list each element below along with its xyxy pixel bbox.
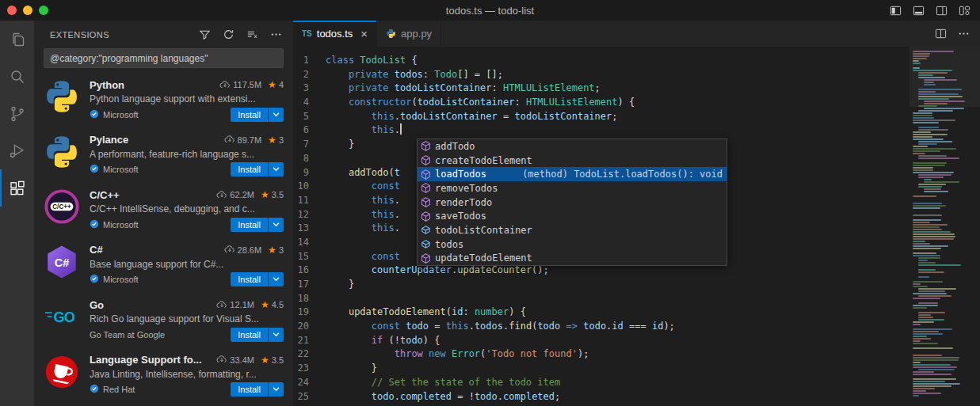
install-button-label[interactable]: Install	[231, 272, 268, 286]
minimap-line	[913, 55, 929, 57]
rating-value: 3	[279, 245, 284, 255]
code-line[interactable]: 25 todo.completed = !todo.completed;	[293, 390, 909, 404]
extensions-list: Python117.5M★4Python language support wi…	[34, 73, 293, 406]
zoom-window-button[interactable]	[39, 6, 48, 15]
extension-item[interactable]: Language Support fo...33.4M★3.5Java Lint…	[34, 348, 293, 404]
code-line[interactable]: 2 private todos: Todo[] = [];	[293, 68, 909, 82]
symbol-method-icon	[420, 182, 432, 194]
activity-bar-run-and-debug[interactable]	[0, 132, 34, 169]
minimap-line	[918, 77, 945, 78]
rating-value: 4	[279, 80, 284, 89]
extension-item[interactable]: Python117.5M★4Python language support wi…	[34, 73, 293, 128]
code-line[interactable]: 23 }	[293, 362, 909, 376]
install-options-chevron-icon[interactable]	[268, 108, 284, 122]
install-button-label[interactable]: Install	[231, 382, 268, 397]
code-line[interactable]: 1class TodoList {	[293, 54, 909, 68]
extension-item[interactable]: C#C#28.6M★3Base language support for C#.…	[34, 238, 293, 294]
extension-description: Java Linting, Intellisense, formatting, …	[90, 369, 284, 380]
clear-extension-search-icon[interactable]	[246, 28, 258, 40]
minimap-line	[918, 93, 959, 95]
close-tab-icon[interactable]: ×	[360, 28, 368, 40]
code-line[interactable]: 6 this.	[293, 123, 909, 138]
split-editor-icon[interactable]	[935, 28, 947, 40]
code-line[interactable]: 3 private todoListContainer: HTMLUListEl…	[293, 82, 909, 96]
refresh-icon[interactable]	[223, 28, 235, 40]
install-button[interactable]: Install	[231, 218, 284, 232]
sidebar-header: EXTENSIONS	[34, 21, 293, 48]
suggest-label: createTodoElement	[435, 155, 532, 166]
install-options-chevron-icon[interactable]	[268, 328, 284, 342]
suggest-item-updateTodoElement[interactable]: updateTodoElement	[418, 252, 726, 266]
install-options-chevron-icon[interactable]	[268, 382, 284, 397]
extensions-search-input[interactable]	[44, 53, 283, 64]
toggle-panel-icon[interactable]	[913, 5, 925, 17]
more-actions-icon[interactable]	[958, 28, 970, 40]
extension-item[interactable]: GOGo12.1M★4.5Rich Go language support fo…	[34, 293, 293, 348]
suggest-item-renderTodo[interactable]: renderTodo	[418, 195, 726, 210]
install-options-chevron-icon[interactable]	[268, 162, 284, 176]
install-button-label[interactable]: Install	[231, 328, 268, 342]
suggest-label: saveTodos	[435, 211, 486, 222]
extension-name: Pylance	[90, 134, 128, 146]
toggle-secondary-sidebar-icon[interactable]	[936, 5, 948, 17]
tab-todos-ts[interactable]: TS todos.ts ×	[293, 21, 377, 47]
minimap-line	[918, 155, 947, 157]
customize-layout-icon[interactable]	[959, 5, 970, 17]
star-icon: ★	[268, 135, 276, 146]
download-count: 89.7M	[238, 135, 262, 145]
code-line[interactable]: 22 throw new Error('Todo not found');	[293, 347, 909, 362]
install-button[interactable]: Install	[231, 162, 284, 176]
activity-bar-explorer[interactable]	[0, 21, 34, 58]
suggest-item-createTodoElement[interactable]: createTodoElement	[418, 154, 726, 168]
suggest-item-loadTodos[interactable]: loadTodos(method) TodoList.loadTodos(): …	[418, 167, 726, 181]
toggle-primary-sidebar-icon[interactable]	[890, 5, 902, 17]
code-line[interactable]: 18	[293, 292, 909, 306]
code-line[interactable]: 24 // Set the state of the todo item	[293, 376, 909, 390]
filter-icon[interactable]	[199, 28, 211, 40]
suggest-item-removeTodos[interactable]: removeTodos	[418, 181, 726, 195]
install-options-chevron-icon[interactable]	[268, 272, 284, 286]
more-actions-icon[interactable]	[270, 28, 282, 40]
minimap-line	[918, 369, 955, 370]
minimap-line	[913, 172, 954, 173]
verified-publisher-icon	[90, 162, 99, 176]
minimap-line	[913, 331, 939, 332]
install-button-label[interactable]: Install	[231, 218, 268, 232]
code-line[interactable]: 20 const todo = this.todos.find(todo => …	[293, 320, 909, 334]
download-count-icon	[216, 355, 227, 365]
code-line[interactable]: 19 updateTodoElement(id: number) {	[293, 305, 909, 320]
symbol-method-icon	[420, 169, 432, 180]
suggest-item-todoListContainer[interactable]: todoListContainer	[418, 223, 726, 237]
verified-publisher-icon	[90, 382, 99, 397]
install-button[interactable]: Install	[231, 382, 284, 397]
install-button[interactable]: Install	[231, 272, 284, 286]
close-window-button[interactable]	[7, 6, 17, 15]
suggest-item-todos[interactable]: todos	[418, 237, 726, 252]
line-number: 12	[293, 208, 326, 222]
install-button-label[interactable]: Install	[231, 162, 268, 176]
activity-bar-search[interactable]	[0, 58, 34, 95]
install-button[interactable]: Install	[231, 108, 284, 122]
minimap-line	[918, 260, 928, 261]
install-button-label[interactable]: Install	[231, 108, 268, 122]
code-line[interactable]: 4 constructor(todoListContainer: HTMLULi…	[293, 96, 909, 110]
code-line[interactable]: 21 if (!todo) {	[293, 334, 909, 348]
suggest-item-addTodo[interactable]: addTodo	[418, 139, 726, 154]
minimap[interactable]	[909, 47, 980, 406]
install-options-chevron-icon[interactable]	[268, 218, 284, 232]
minimap-line	[913, 340, 921, 342]
tab-app-py[interactable]: app.py	[377, 21, 441, 47]
extension-item[interactable]: C/C++C/C++62.2M★3.5C/C++ IntelliSense, d…	[34, 183, 293, 238]
minimap-line	[918, 129, 948, 131]
code-line[interactable]: 17 }	[293, 278, 909, 292]
activity-bar-extensions[interactable]	[0, 169, 34, 207]
extension-item[interactable]: Pylance89.7M★3A performant, feature-rich…	[34, 128, 293, 184]
suggest-label: removeTodos	[435, 183, 498, 194]
code-line[interactable]: 5 this.todoListContainer = todoListConta…	[293, 110, 909, 124]
suggest-item-saveTodos[interactable]: saveTodos	[418, 209, 726, 223]
activity-bar-source-control[interactable]	[0, 95, 34, 132]
minimize-window-button[interactable]	[23, 6, 32, 15]
symbol-method-icon	[420, 211, 432, 222]
svg-text:GO: GO	[53, 309, 74, 325]
install-button[interactable]: Install	[231, 328, 284, 342]
